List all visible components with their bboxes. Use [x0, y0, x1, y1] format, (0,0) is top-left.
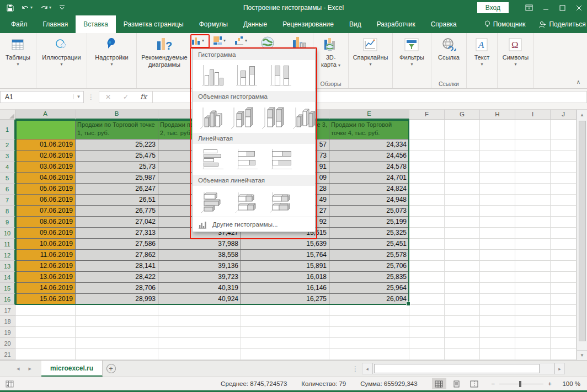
row-header[interactable]: 7	[0, 195, 15, 206]
insert-waterfall-chart-button[interactable]: ▾	[233, 35, 248, 46]
cell[interactable]	[241, 305, 329, 316]
cell[interactable]	[445, 139, 480, 151]
cell[interactable]	[515, 228, 551, 239]
cell-date[interactable]: 01.06.2019	[15, 139, 76, 151]
cell[interactable]	[15, 338, 76, 349]
row-header[interactable]: 8	[0, 206, 15, 217]
cell[interactable]	[445, 206, 480, 217]
cell[interactable]	[445, 120, 480, 139]
row-header[interactable]: 14	[0, 272, 15, 283]
column-header-h[interactable]: H	[480, 110, 515, 120]
cell[interactable]	[445, 305, 480, 316]
column-header-a[interactable]: A	[15, 110, 76, 120]
cell[interactable]	[551, 173, 577, 184]
cell[interactable]	[551, 195, 577, 206]
sheet-tab-active[interactable]: microexcel.ru	[41, 361, 103, 377]
cell[interactable]	[409, 151, 445, 162]
row-header[interactable]: 4	[0, 162, 15, 173]
cell-value[interactable]: 27,586	[76, 239, 158, 250]
cell[interactable]	[551, 139, 577, 151]
cell[interactable]	[551, 261, 577, 272]
cell[interactable]	[480, 305, 515, 316]
cell[interactable]	[445, 283, 480, 294]
save-icon[interactable]	[7, 4, 14, 12]
cell-value[interactable]: 24,456	[329, 151, 409, 162]
cell[interactable]	[551, 294, 577, 305]
cell[interactable]	[409, 305, 445, 316]
cell-value[interactable]: 16,018	[241, 272, 329, 283]
row-header[interactable]: 10	[0, 228, 15, 239]
tab-splitter-icon[interactable]: ⋮	[349, 361, 362, 377]
sheet-next-icon[interactable]: ▸	[29, 365, 32, 372]
normal-view-button[interactable]	[432, 378, 446, 389]
page-layout-view-button[interactable]	[450, 378, 464, 389]
cell[interactable]	[158, 316, 241, 327]
chart-type-clustered-column[interactable]	[199, 63, 225, 88]
cell[interactable]	[480, 327, 515, 338]
vertical-scrollbar[interactable]: ▲ ▼	[577, 110, 587, 360]
chart-type-3d-stacked-bar[interactable]	[233, 189, 259, 213]
row-header[interactable]: 19	[0, 327, 15, 338]
chart-type-stacked-column[interactable]	[233, 63, 259, 88]
sheet-prev-icon[interactable]: ◂	[17, 365, 20, 372]
chart-type-clustered-bar[interactable]	[199, 147, 225, 171]
cell-value[interactable]: 25,475	[76, 151, 158, 162]
tab-formulas[interactable]: Формулы	[191, 15, 236, 33]
cell[interactable]	[409, 349, 445, 360]
row-header[interactable]: 12	[0, 250, 15, 261]
minimize-button[interactable]	[537, 0, 554, 15]
text-button[interactable]: A Текст ▾	[474, 36, 490, 67]
vertical-scroll-thumb[interactable]	[579, 121, 586, 341]
cell-value[interactable]: 25,199	[329, 217, 409, 228]
row-header[interactable]: 6	[0, 184, 15, 195]
cell-date[interactable]: 03.06.2019	[15, 162, 76, 173]
cell[interactable]	[409, 139, 445, 151]
cell[interactable]	[329, 349, 409, 360]
cell[interactable]	[409, 261, 445, 272]
cell[interactable]	[551, 206, 577, 217]
cell[interactable]	[241, 349, 329, 360]
cell[interactable]	[515, 272, 551, 283]
cell[interactable]	[15, 316, 76, 327]
cell-value[interactable]: 27,862	[76, 250, 158, 261]
cell[interactable]	[551, 305, 577, 316]
cell[interactable]	[515, 120, 551, 139]
cell-value[interactable]: 27,042	[76, 217, 158, 228]
cell[interactable]	[409, 327, 445, 338]
cell-value[interactable]: 25,451	[329, 239, 409, 250]
cell-value[interactable]: 25,073	[329, 206, 409, 217]
cell[interactable]	[76, 349, 158, 360]
cell-value[interactable]: 28,993	[76, 294, 158, 305]
cell-value[interactable]: 25,73	[76, 162, 158, 173]
row-header[interactable]: 20	[0, 338, 15, 349]
row-header[interactable]: 17	[0, 305, 15, 316]
column-header-g[interactable]: G	[445, 110, 480, 120]
row-header[interactable]: 1	[0, 120, 15, 139]
cell[interactable]	[409, 206, 445, 217]
cell[interactable]	[480, 250, 515, 261]
cell[interactable]	[445, 261, 480, 272]
cell-date[interactable]: 14.06.2019	[15, 283, 76, 294]
cell[interactable]	[515, 239, 551, 250]
cell-date[interactable]: 09.06.2019	[15, 228, 76, 239]
cell[interactable]	[409, 217, 445, 228]
insert-column-chart-button[interactable]: ▾	[190, 35, 205, 46]
cell[interactable]	[76, 338, 158, 349]
cell[interactable]	[515, 294, 551, 305]
cell[interactable]	[158, 338, 241, 349]
cell-date[interactable]: 08.06.2019	[15, 217, 76, 228]
formula-bar-splitter[interactable]: ⋮	[84, 93, 99, 101]
cell[interactable]	[15, 305, 76, 316]
cell[interactable]	[480, 338, 515, 349]
row-header[interactable]: 2	[0, 139, 15, 151]
illustrations-button[interactable]: Иллюстрации ▾	[42, 36, 81, 67]
cell-date[interactable]: 02.06.2019	[15, 151, 76, 162]
row-header[interactable]: 18	[0, 316, 15, 327]
tab-share[interactable]: Поделиться	[532, 15, 587, 33]
cell-value[interactable]: 15,764	[241, 250, 329, 261]
cell-value[interactable]: 27,313	[76, 228, 158, 239]
cell[interactable]	[409, 184, 445, 195]
cell-value[interactable]: 39,723	[158, 272, 241, 283]
row-header[interactable]: 11	[0, 239, 15, 250]
tab-assistant[interactable]: Помощник	[478, 15, 532, 33]
